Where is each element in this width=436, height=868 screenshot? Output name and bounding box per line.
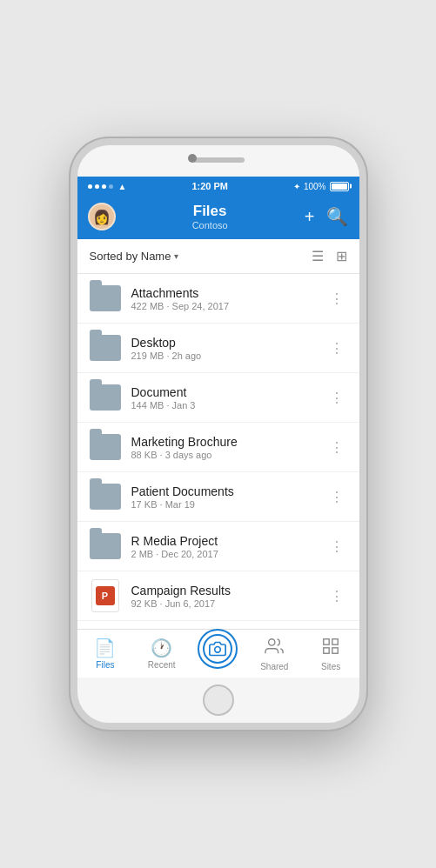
header-subtitle: Contoso <box>192 220 228 230</box>
screen: ▲ 1:20 PM ✦ 100% 👩 Files Contoso + � <box>77 177 359 678</box>
file-name: R Media Project <box>131 534 326 548</box>
file-info: Document 144 MB · Jan 3 <box>131 385 326 411</box>
powerpoint-icon: P <box>90 580 121 611</box>
svg-point-1 <box>269 638 275 644</box>
svg-rect-5 <box>332 647 338 652</box>
bluetooth-icon: ✦ <box>293 182 300 191</box>
status-right: ✦ 100% <box>293 182 349 191</box>
shared-label: Shared <box>260 662 288 671</box>
header-title: Files <box>192 203 228 220</box>
battery-fill <box>332 184 347 190</box>
wifi-icon: ▲ <box>118 182 127 191</box>
nav-item-camera[interactable] <box>190 639 246 669</box>
file-meta: 219 MB · 2h ago <box>131 351 326 361</box>
more-icon[interactable]: ⋮ <box>326 287 347 310</box>
list-item[interactable]: R Media Project 2 MB · Dec 20, 2017 ⋮ <box>77 522 359 571</box>
grid-view-icon[interactable]: ⊞ <box>336 248 347 264</box>
sites-icon <box>321 637 340 660</box>
file-info: Attachments 422 MB · Sep 24, 2017 <box>131 286 326 311</box>
phone-frame: ▲ 1:20 PM ✦ 100% 👩 Files Contoso + � <box>70 138 366 730</box>
nav-item-shared[interactable]: Shared <box>246 631 303 677</box>
file-info: Patient Documents 17 KB · Mar 19 <box>131 484 326 510</box>
sort-bar: Sorted by Name ▾ ☰ ⊞ <box>77 239 359 274</box>
file-meta: 92 KB · Jun 6, 2017 <box>131 598 326 609</box>
file-info: R Media Project 2 MB · Dec 20, 2017 <box>131 534 326 559</box>
list-item[interactable]: Marketing Brochure 88 KB · 3 days ago ⋮ <box>77 423 359 472</box>
file-name: Desktop <box>131 336 326 350</box>
sort-chevron-icon: ▾ <box>174 251 178 261</box>
search-button[interactable]: 🔍 <box>326 206 348 227</box>
bottom-nav: 📄 Files 🕐 Recent <box>77 629 359 678</box>
battery-bar <box>330 182 349 191</box>
file-meta: 2 MB · Dec 20, 2017 <box>131 549 326 559</box>
more-icon[interactable]: ⋮ <box>326 436 347 459</box>
svg-rect-2 <box>324 638 329 644</box>
svg-point-0 <box>215 646 221 652</box>
nav-item-files[interactable]: 📄 Files <box>77 632 134 675</box>
file-list: Attachments 422 MB · Sep 24, 2017 ⋮ Desk… <box>77 274 359 629</box>
file-name: Document <box>131 385 326 399</box>
file-meta: 17 KB · Mar 19 <box>131 499 326 510</box>
nav-item-recent[interactable]: 🕐 Recent <box>133 632 190 675</box>
file-name: Attachments <box>131 286 326 300</box>
files-label: Files <box>96 660 114 670</box>
more-icon[interactable]: ⋮ <box>326 535 347 558</box>
file-meta: 88 KB · 3 days ago <box>131 450 326 460</box>
recent-label: Recent <box>148 660 176 670</box>
file-info: Desktop 219 MB · 2h ago <box>131 336 326 361</box>
folder-icon <box>90 332 121 364</box>
file-name: Patient Documents <box>131 484 326 498</box>
svg-rect-4 <box>324 647 329 652</box>
file-info: Campaign Results 92 KB · Jun 6, 2017 <box>131 584 326 609</box>
signal-dot-2 <box>95 184 99 189</box>
list-item[interactable]: Document 144 MB · Jan 3 ⋮ <box>77 373 359 423</box>
nav-item-sites[interactable]: Sites <box>303 631 359 677</box>
sites-label: Sites <box>321 662 340 671</box>
folder-icon <box>90 382 121 413</box>
list-item[interactable]: Patient Documents 17 KB · Mar 19 ⋮ <box>77 472 359 522</box>
status-bar: ▲ 1:20 PM ✦ 100% <box>77 177 359 196</box>
add-button[interactable]: + <box>305 207 315 227</box>
file-meta: 422 MB · Sep 24, 2017 <box>131 301 326 311</box>
more-icon[interactable]: ⋮ <box>326 386 347 410</box>
folder-icon <box>90 283 121 314</box>
camera-icon <box>203 634 232 664</box>
folder-icon <box>90 531 121 562</box>
list-item[interactable]: Desktop 219 MB · 2h ago ⋮ <box>77 324 359 373</box>
list-item[interactable]: Attachments 422 MB · Sep 24, 2017 ⋮ <box>77 274 359 324</box>
files-icon: 📄 <box>94 638 116 658</box>
list-view-icon[interactable]: ☰ <box>312 248 324 264</box>
battery-label: 100% <box>304 182 326 191</box>
file-name: Marketing Brochure <box>131 435 326 449</box>
shared-icon <box>265 637 284 660</box>
more-icon[interactable]: ⋮ <box>326 337 347 360</box>
list-item[interactable]: W Compliance Strategies 4 KB ⋮ Scanning … <box>77 621 359 629</box>
camera-circle <box>198 629 238 669</box>
phone-camera <box>188 154 197 163</box>
recent-icon: 🕐 <box>151 638 172 658</box>
file-info: Marketing Brochure 88 KB · 3 days ago <box>131 435 326 460</box>
folder-icon <box>90 481 121 512</box>
more-icon[interactable]: ⋮ <box>326 485 347 509</box>
sort-label-text: Sorted by Name <box>90 250 171 263</box>
more-icon[interactable]: ⋮ <box>326 584 347 608</box>
header-center: Files Contoso <box>192 203 228 230</box>
svg-rect-3 <box>332 638 338 644</box>
app-header: 👩 Files Contoso + 🔍 <box>77 196 359 239</box>
file-name: Campaign Results <box>131 584 326 598</box>
header-actions: + 🔍 <box>305 206 349 227</box>
avatar[interactable]: 👩 <box>88 203 116 230</box>
signal-dot-1 <box>88 184 92 189</box>
folder-icon <box>90 431 121 463</box>
signal-dot-4 <box>109 184 113 189</box>
sort-label[interactable]: Sorted by Name ▾ <box>90 250 179 263</box>
view-toggles: ☰ ⊞ <box>312 248 347 264</box>
avatar-image: 👩 <box>90 204 114 229</box>
file-meta: 144 MB · Jan 3 <box>131 400 326 411</box>
status-left: ▲ <box>88 182 127 191</box>
list-item[interactable]: P Campaign Results 92 KB · Jun 6, 2017 ⋮ <box>77 571 359 621</box>
status-time: 1:20 PM <box>191 181 228 191</box>
home-button[interactable] <box>203 684 234 716</box>
signal-dot-3 <box>102 184 106 189</box>
